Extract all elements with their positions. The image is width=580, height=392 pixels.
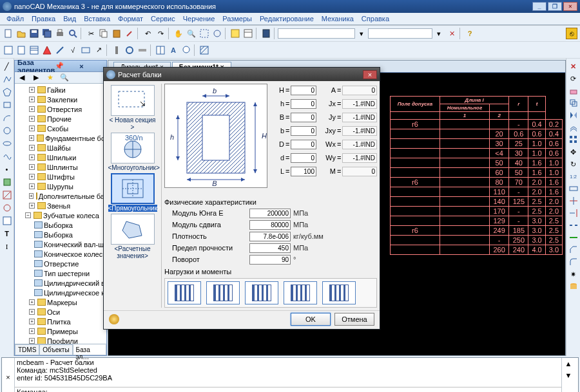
- dialog-close-icon[interactable]: ×: [363, 70, 377, 79]
- tree-expander-icon[interactable]: −: [25, 212, 31, 218]
- hatch2-icon[interactable]: [1, 189, 13, 201]
- section-item[interactable]: <Расчетные значения>: [108, 214, 157, 259]
- tree-expander-icon[interactable]: +: [29, 309, 35, 315]
- spline-icon[interactable]: [1, 151, 13, 162]
- new-icon[interactable]: [3, 28, 14, 39]
- loads-row[interactable]: [164, 278, 377, 308]
- phys-input[interactable]: [249, 209, 291, 218]
- tree-expander-icon[interactable]: +: [29, 328, 35, 334]
- tree-expander-icon[interactable]: +: [29, 145, 35, 151]
- tree-item[interactable]: +Фундаментные бо: [16, 133, 105, 143]
- redo-icon[interactable]: ↷: [155, 28, 166, 39]
- tree-item[interactable]: +Примеры: [16, 326, 105, 336]
- tree-item[interactable]: +Шпильки: [16, 153, 105, 162]
- param-in-h[interactable]: [291, 99, 316, 109]
- menu-Вид[interactable]: Вид: [59, 14, 80, 24]
- trim-icon[interactable]: [568, 195, 579, 207]
- phys-input[interactable]: [249, 255, 291, 265]
- arc-icon[interactable]: [1, 112, 13, 124]
- fillet-icon[interactable]: [568, 256, 579, 268]
- array-icon[interactable]: [568, 134, 579, 145]
- extend-icon[interactable]: [568, 207, 579, 219]
- param-in-D[interactable]: [291, 140, 316, 149]
- minimize-button[interactable]: _: [532, 2, 546, 11]
- cut-icon[interactable]: ✂: [85, 28, 97, 39]
- menu-Правка[interactable]: Правка: [28, 14, 59, 24]
- open-icon[interactable]: [15, 28, 27, 39]
- tree-expander-icon[interactable]: +: [29, 174, 35, 180]
- tree-item[interactable]: +Шайбы: [16, 143, 105, 153]
- tree-item[interactable]: +Шурупы: [16, 182, 105, 191]
- tree-item[interactable]: Коническое колес: [16, 249, 105, 259]
- tree-expander-icon[interactable]: +: [29, 183, 35, 189]
- tree-body[interactable]: +Гайки+Заклепки+Отверстия+Прочие+Скобы+Ф…: [15, 84, 106, 344]
- tree-item[interactable]: +Штифты: [16, 172, 105, 182]
- param-in-b[interactable]: [291, 126, 316, 136]
- hatch-icon[interactable]: [198, 44, 210, 56]
- tree-item[interactable]: Конический вал-ш: [16, 239, 105, 249]
- db-icon[interactable]: [568, 281, 579, 292]
- block-icon[interactable]: [1, 176, 13, 188]
- tree-item[interactable]: +Шплинты: [16, 162, 105, 172]
- delete-icon[interactable]: ✕: [446, 28, 458, 39]
- tree-item[interactable]: +Дополнительные баз: [16, 191, 105, 201]
- table-icon[interactable]: [155, 44, 166, 56]
- welding-icon[interactable]: [54, 44, 66, 56]
- tree-tab[interactable]: Объекты: [39, 344, 72, 355]
- refresh-icon[interactable]: ⟳: [568, 73, 579, 84]
- shaft-icon[interactable]: [137, 44, 148, 56]
- rotate-icon[interactable]: ↻: [568, 158, 579, 170]
- line-icon[interactable]: ╱: [1, 61, 13, 72]
- dialog-bolt-icon[interactable]: [109, 314, 119, 324]
- stretch-icon[interactable]: [568, 183, 579, 194]
- cmd-close-icon[interactable]: ×: [2, 358, 15, 392]
- load-other[interactable]: [322, 281, 356, 304]
- section-item[interactable]: <Прямоугольник>: [108, 173, 157, 212]
- bolt-icon[interactable]: [111, 44, 122, 56]
- section-item[interactable]: < Новая секция >: [108, 85, 157, 131]
- save-icon[interactable]: [28, 28, 40, 39]
- chamfer-icon[interactable]: [568, 244, 579, 256]
- section-item[interactable]: 360/n<Многоугольник>: [108, 133, 157, 171]
- cancel-button[interactable]: Отмена: [334, 313, 374, 326]
- tree-expander-icon[interactable]: +: [29, 135, 34, 141]
- tolerance-icon[interactable]: [80, 44, 92, 56]
- exit-icon[interactable]: ⎋: [566, 28, 577, 39]
- frame-a3-icon[interactable]: [3, 44, 14, 56]
- join-icon[interactable]: [568, 232, 579, 243]
- tree-item[interactable]: +Звенья: [16, 201, 105, 210]
- tree-expander-icon[interactable]: +: [29, 299, 35, 305]
- text-icon[interactable]: A: [168, 44, 179, 56]
- point-icon[interactable]: •: [1, 163, 13, 175]
- tree-close-icon[interactable]: ×: [78, 62, 104, 70]
- copy2-icon[interactable]: [568, 97, 579, 109]
- zoom-realtime-icon[interactable]: 🔍: [186, 28, 197, 39]
- tree-item[interactable]: Выборка: [16, 230, 105, 239]
- tree-item[interactable]: −Зубчатые колеса: [16, 210, 105, 220]
- regen-icon[interactable]: [229, 28, 241, 39]
- leader-icon[interactable]: ↗: [93, 44, 104, 56]
- tree-item[interactable]: +Маркеры: [16, 297, 105, 307]
- copy-icon[interactable]: [98, 28, 110, 39]
- tree-pin-icon[interactable]: 📌: [55, 62, 78, 70]
- menu-Сервис[interactable]: Сервис: [147, 14, 179, 24]
- layer-dropdown-icon[interactable]: ▾: [356, 28, 367, 39]
- explode-icon[interactable]: ✷: [568, 268, 579, 280]
- save-all-icon[interactable]: [41, 28, 53, 39]
- tree-item[interactable]: +Профили: [16, 336, 105, 344]
- tree-star-icon[interactable]: ★: [44, 72, 57, 82]
- tree-item[interactable]: +Прочие: [16, 114, 105, 124]
- match-icon[interactable]: [124, 28, 135, 39]
- balloon-icon[interactable]: [180, 44, 192, 56]
- tree-expander-icon[interactable]: +: [29, 193, 34, 199]
- zoom-prev-icon[interactable]: [211, 28, 223, 39]
- menu-Размеры[interactable]: Размеры: [218, 14, 256, 24]
- tree-expander-icon[interactable]: +: [29, 116, 35, 122]
- tree-expander-icon[interactable]: +: [29, 203, 35, 209]
- param-in-H[interactable]: [291, 86, 316, 95]
- pan-icon[interactable]: ✋: [173, 28, 184, 39]
- param-in-L[interactable]: [291, 167, 316, 176]
- tree-item[interactable]: +Отверстия: [16, 104, 105, 114]
- tree-item[interactable]: +Скобы: [16, 124, 105, 133]
- tree-item[interactable]: Цилиндрическое к: [16, 288, 105, 297]
